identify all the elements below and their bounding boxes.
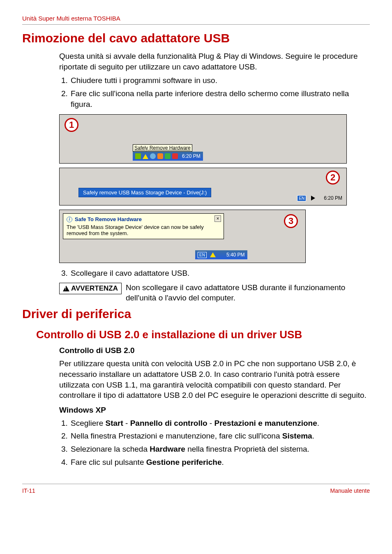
list-item: Fare clic sul pulsante Gestione periferi…: [70, 457, 367, 468]
warning-text: Non scollegare il cavo adattatore USB du…: [126, 283, 370, 303]
language-indicator: EN: [297, 195, 306, 201]
heading-check-usb20: Controllo di USB 2.0: [59, 346, 367, 355]
screenshot-3: 3 × i Safe To Remove Hardware The 'USB M…: [59, 210, 306, 263]
text: -: [208, 419, 214, 427]
list-item: Selezionare la scheda Hardware nella fin…: [70, 444, 367, 455]
bold-term: Sistema: [282, 432, 312, 440]
language-indicator: EN: [198, 252, 207, 258]
tray-icon: [157, 153, 163, 159]
screenshot-group: 1 Safely Remove Hardware 6:20 PM 2 Safel…: [59, 114, 370, 263]
text: Selezionare la scheda: [71, 445, 150, 453]
tooltip-safely-remove: Safely Remove Hardware: [133, 144, 192, 152]
system-tray: EN 5:40 PM: [195, 250, 247, 259]
text: .: [317, 419, 319, 427]
warning-label: AVVERTENZA: [71, 284, 118, 293]
tray-icon: [135, 153, 141, 159]
tray-icon: [150, 153, 156, 159]
steps-list-a: Chiudere tutti i programmi software in u…: [68, 75, 367, 109]
notification-balloon: × i Safe To Remove Hardware The 'USB Mas…: [63, 213, 224, 239]
clock: 6:20 PM: [324, 195, 342, 201]
text: Nella finestra Prestazioni e manutenzion…: [71, 432, 282, 440]
screenshot-2: 2 Safely remove USB Mass Storage Device …: [59, 168, 347, 205]
warning-label-box: AVVERTENZA: [59, 283, 122, 294]
system-tray: EN 6:20 PM: [297, 194, 342, 203]
footer-doc-title: Manuale utente: [330, 487, 370, 494]
bold-term: Prestazioni e manutenzione: [214, 419, 317, 427]
close-icon[interactable]: ×: [214, 215, 221, 222]
bold-term: Pannello di controllo: [130, 419, 208, 427]
tray-icon: [172, 153, 178, 159]
page-footer: IT-11 Manuale utente: [22, 484, 370, 494]
balloon-title: Safe To Remove Hardware: [75, 216, 142, 222]
text: nella finestra Proprietà del sistema.: [185, 445, 309, 453]
list-item: Scollegare il cavo adattatore USB.: [70, 268, 367, 279]
info-icon: i: [67, 217, 72, 222]
text: Scegliere: [71, 419, 106, 427]
list-item: Fare clic sull'icona nella parte inferio…: [70, 88, 367, 109]
section-title-usb-removal: Rimozione del cavo adattatore USB: [22, 31, 370, 45]
list-item: Nella finestra Prestazioni e manutenzion…: [70, 431, 367, 441]
heading-windows-xp: Windows XP: [59, 406, 367, 415]
text: .: [221, 458, 224, 466]
balloon-body: The 'USB Mass Storage Device' device can…: [67, 224, 220, 236]
screenshot-1: 1 Safely Remove Hardware 6:20 PM: [59, 114, 347, 164]
section-title-driver: Driver di periferica: [22, 307, 370, 321]
list-item: Chiudere tutti i programmi software in u…: [70, 75, 367, 86]
warning-triangle-icon: [63, 286, 69, 291]
context-menu-item[interactable]: Safely remove USB Mass Storage Device - …: [78, 188, 211, 197]
divider: [22, 24, 370, 25]
system-tray: 6:20 PM: [133, 152, 203, 161]
paragraph-check-usb20: Per utilizzare questa unità con velocità…: [59, 358, 367, 401]
callout-badge-2: 2: [326, 171, 340, 185]
subsection-title-usb20: Controllo di USB 2.0 e installazione di …: [36, 328, 370, 341]
xp-steps-list: Scegliere Start - Pannello di controllo …: [68, 418, 367, 468]
text: -: [123, 419, 130, 427]
clock: 6:20 PM: [182, 153, 201, 159]
document-header: Unità Super Multi esterna TOSHIBA: [22, 15, 370, 22]
page-number: IT-11: [22, 487, 35, 494]
warning-icon: [210, 252, 216, 257]
warning-row: AVVERTENZA Non scollegare il cavo adatta…: [59, 283, 370, 303]
bold-term: Start: [106, 419, 123, 427]
intro-paragraph: Questa unità si avvale della funzionalit…: [59, 51, 367, 72]
list-item: Scegliere Start - Pannello di controllo …: [70, 418, 367, 429]
callout-badge-1: 1: [65, 118, 78, 132]
callout-badge-3: 3: [284, 214, 298, 228]
text: Fare clic sul pulsante: [71, 458, 146, 466]
bold-term: Gestione periferiche: [146, 458, 222, 466]
clock: 5:40 PM: [226, 252, 245, 258]
warning-icon: [143, 153, 148, 159]
safely-remove-icon[interactable]: [165, 153, 171, 159]
bold-term: Hardware: [150, 445, 185, 453]
text: .: [312, 432, 314, 440]
tray-icon: [311, 196, 315, 201]
steps-list-b: Scollegare il cavo adattatore USB.: [68, 268, 367, 279]
